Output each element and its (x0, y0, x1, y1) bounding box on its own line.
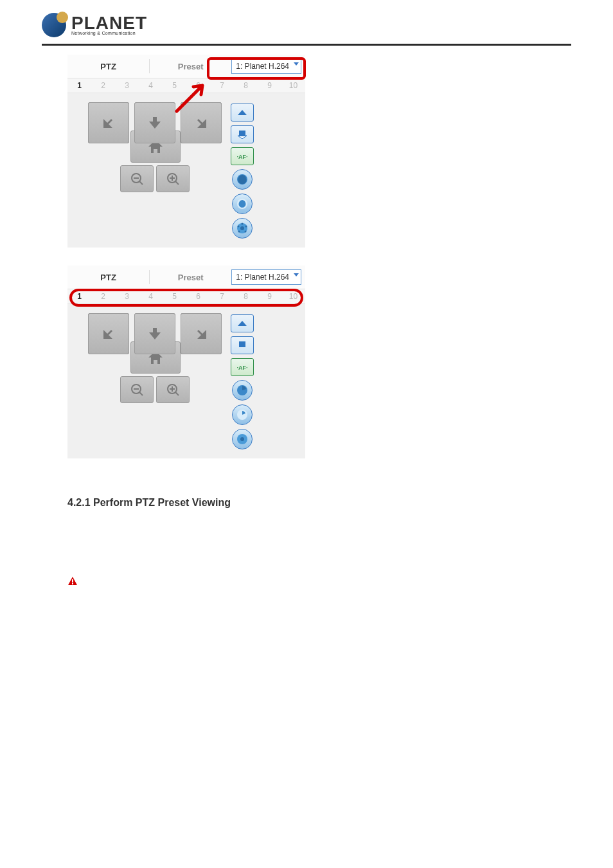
chevron-down-icon (294, 62, 299, 66)
preset-num-10[interactable]: 10 (281, 289, 305, 303)
preset-number-row: 1 2 3 4 5 6 7 8 9 10 (67, 78, 305, 93)
logo: PLANET Networking & Communication (42, 13, 571, 37)
svg-rect-25 (239, 341, 245, 347)
preset-num-3[interactable]: 3 (115, 289, 139, 303)
ptz-panel-screenshot-2: PTZ Preset 1: Planet H.264 1 2 3 4 5 6 7… (67, 266, 305, 458)
ptz-side-buttons: ·AF· (231, 313, 254, 449)
focus-near-button[interactable] (231, 336, 254, 354)
iris-close-button[interactable] (232, 404, 253, 425)
camera-select-value: 1: Planet H.264 (236, 62, 289, 71)
svg-point-12 (240, 226, 244, 230)
camera-select[interactable]: 1: Planet H.264 (231, 59, 301, 74)
auto-focus-button[interactable]: ·AF· (231, 358, 254, 376)
ptz-down-left-button[interactable] (88, 313, 129, 354)
preset-num-9[interactable]: 9 (258, 78, 281, 93)
preset-num-1[interactable]: 1 (67, 289, 91, 303)
svg-point-15 (245, 231, 247, 233)
preset-num-10[interactable]: 10 (281, 78, 305, 93)
iris-open-button[interactable] (232, 380, 253, 401)
section-heading: 4.2.1 Perform PTZ Preset Viewing (67, 497, 571, 509)
auto-iris-button[interactable] (232, 429, 253, 449)
svg-point-17 (238, 226, 240, 228)
tab-ptz[interactable]: PTZ (67, 55, 149, 78)
logo-globe-icon (42, 13, 66, 37)
svg-text:·AF·: ·AF· (237, 154, 248, 160)
warning-icon (67, 576, 78, 586)
svg-rect-31 (72, 579, 73, 583)
chevron-down-icon (294, 273, 299, 276)
svg-point-16 (238, 231, 240, 233)
preset-num-5[interactable]: 5 (163, 78, 186, 93)
ptz-side-buttons: ·AF· (231, 102, 254, 239)
ptz-down-button[interactable] (134, 313, 175, 354)
auto-iris-button[interactable] (232, 218, 253, 239)
preset-num-6[interactable]: 6 (186, 289, 210, 303)
preset-number-row: 1 2 3 4 5 6 7 8 9 10 (67, 289, 305, 304)
zoom-in-button[interactable] (156, 376, 190, 403)
preset-num-5[interactable]: 5 (163, 289, 186, 303)
preset-num-7[interactable]: 7 (210, 289, 234, 303)
ptz-down-right-button[interactable] (181, 102, 222, 143)
preset-num-2[interactable]: 2 (91, 78, 115, 93)
preset-num-1[interactable]: 1 (67, 78, 91, 93)
camera-select-value: 1: Planet H.264 (236, 273, 289, 282)
preset-num-8[interactable]: 8 (234, 78, 258, 93)
preset-num-7[interactable]: 7 (210, 78, 234, 93)
preset-num-4[interactable]: 4 (139, 78, 163, 93)
svg-rect-7 (239, 131, 245, 136)
tab-ptz[interactable]: PTZ (67, 266, 149, 289)
preset-num-8[interactable]: 8 (234, 289, 258, 303)
preset-num-3[interactable]: 3 (115, 78, 139, 93)
svg-point-13 (242, 223, 244, 225)
ptz-down-left-button[interactable] (88, 102, 129, 143)
tab-preset[interactable]: Preset (150, 55, 231, 78)
warning-note (67, 576, 571, 586)
ptz-down-right-button[interactable] (181, 313, 222, 354)
camera-select[interactable]: 1: Planet H.264 (231, 269, 301, 285)
iris-open-button[interactable] (232, 169, 253, 190)
tab-preset[interactable]: Preset (150, 266, 231, 289)
ptz-direction-pad (75, 102, 210, 237)
auto-focus-button[interactable]: ·AF· (231, 147, 254, 165)
svg-point-30 (240, 437, 244, 441)
preset-num-6[interactable]: 6 (186, 78, 210, 93)
zoom-in-button[interactable] (156, 165, 190, 192)
zoom-out-button[interactable] (120, 165, 154, 192)
iris-close-button[interactable] (232, 194, 253, 214)
ptz-down-button[interactable] (134, 102, 175, 143)
svg-point-14 (245, 226, 247, 228)
ptz-panel-screenshot-1: PTZ Preset 1: Planet H.264 1 2 3 4 5 6 7… (67, 55, 305, 248)
preset-num-4[interactable]: 4 (139, 289, 163, 303)
svg-line-4 (175, 181, 179, 185)
svg-line-19 (139, 392, 143, 395)
logo-brand: PLANET (71, 15, 147, 31)
svg-line-1 (139, 181, 143, 185)
focus-far-button[interactable] (231, 314, 254, 332)
ptz-direction-pad (75, 313, 210, 448)
svg-line-22 (175, 392, 179, 395)
focus-far-button[interactable] (231, 104, 254, 122)
svg-rect-32 (72, 583, 73, 584)
zoom-out-button[interactable] (120, 376, 154, 403)
header-divider (42, 44, 571, 46)
svg-text:·AF·: ·AF· (237, 365, 248, 371)
preset-num-2[interactable]: 2 (91, 289, 115, 303)
focus-near-button[interactable] (231, 125, 254, 143)
preset-num-9[interactable]: 9 (258, 289, 281, 303)
